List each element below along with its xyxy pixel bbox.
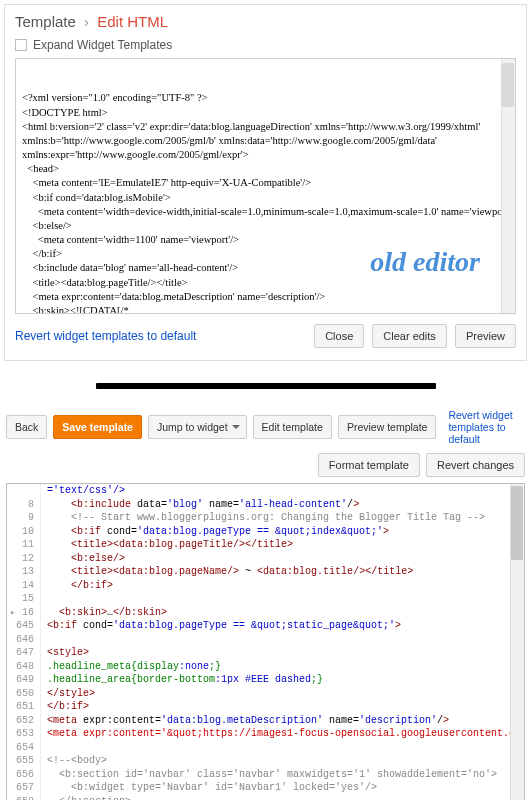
line-number: 651	[7, 700, 41, 714]
section-divider	[96, 383, 436, 389]
clear-edits-button[interactable]: Clear edits	[372, 324, 447, 348]
code-line[interactable]: 650</style>	[7, 687, 524, 701]
line-code[interactable]: <!--<body>	[41, 754, 524, 768]
line-number: 655	[7, 754, 41, 768]
line-code[interactable]: <b:else/>	[41, 552, 524, 566]
line-number: 650	[7, 687, 41, 701]
code-line[interactable]: 657 <b:widget type='Navbar' id='Navbar1'…	[7, 781, 524, 795]
line-code[interactable]: <b:if cond='data:blog.pageType == &quot;…	[41, 619, 524, 633]
code-line[interactable]: ='text/css'/>	[7, 484, 524, 498]
preview-button[interactable]: Preview	[455, 324, 516, 348]
line-code[interactable]: <b:widget type='Navbar' id='Navbar1' loc…	[41, 781, 524, 795]
code-line[interactable]: 15	[7, 592, 524, 606]
line-code[interactable]: <b:section id='navbar' class='navbar' ma…	[41, 768, 524, 782]
new-scrollbar-thumb[interactable]	[511, 486, 523, 560]
code-line[interactable]: 651</b:if>	[7, 700, 524, 714]
code-line[interactable]: 646	[7, 633, 524, 647]
line-code[interactable]: <b:skin>…</b:skin>	[41, 606, 524, 620]
expand-widget-row[interactable]: Expand Widget Templates	[15, 38, 516, 52]
line-code[interactable]: .headline_area{border-bottom:1px #EEE da…	[41, 673, 524, 687]
code-line[interactable]: 652<meta expr:content='data:blog.metaDes…	[7, 714, 524, 728]
revert-widget-link[interactable]: Revert widget templates to default	[15, 329, 196, 343]
breadcrumb-current: Edit HTML	[97, 13, 168, 30]
line-code[interactable]	[41, 741, 524, 755]
line-code[interactable]: </style>	[41, 687, 524, 701]
line-code[interactable]: <b:if cond='data:blog.pageType == &quot;…	[41, 525, 524, 539]
line-number: 652	[7, 714, 41, 728]
code-line[interactable]: 12 <b:else/>	[7, 552, 524, 566]
revert-changes-button[interactable]: Revert changes	[426, 453, 525, 477]
code-line[interactable]: 654	[7, 741, 524, 755]
line-number: 10	[7, 525, 41, 539]
expand-checkbox[interactable]	[15, 39, 27, 51]
line-number: 656	[7, 768, 41, 782]
code-line[interactable]: 13 <title><data:blog.pageName/> ~ <data:…	[7, 565, 524, 579]
new-scrollbar-track[interactable]	[510, 484, 524, 800]
line-number: 654	[7, 741, 41, 755]
new-sub-toolbar: Format template Revert changes	[0, 449, 531, 483]
breadcrumb-root[interactable]: Template	[15, 13, 76, 30]
breadcrumb-separator: ›	[84, 13, 89, 30]
line-number: 646	[7, 633, 41, 647]
line-number: 648	[7, 660, 41, 674]
line-code[interactable]: <!-- Start www.bloggerplugins.org: Chang…	[41, 511, 524, 525]
code-line[interactable]: 649.headline_area{border-bottom:1px #EEE…	[7, 673, 524, 687]
edit-template-button[interactable]: Edit template	[253, 415, 332, 439]
line-code[interactable]	[41, 592, 524, 606]
code-line[interactable]: 656 <b:section id='navbar' class='navbar…	[7, 768, 524, 782]
line-code[interactable]: </b:if>	[41, 700, 524, 714]
new-toolbar: Back Save template Jump to widget Edit t…	[0, 409, 531, 445]
line-number: 653	[7, 727, 41, 741]
line-code[interactable]: <b:include data='blog' name='all-head-co…	[41, 498, 524, 512]
old-editor-panel: Template › Edit HTML Expand Widget Templ…	[4, 4, 527, 361]
breadcrumb: Template › Edit HTML	[15, 13, 516, 30]
scrollbar-track[interactable]	[501, 59, 515, 313]
line-code[interactable]: <style>	[41, 646, 524, 660]
line-code[interactable]	[41, 633, 524, 647]
code-line[interactable]: 647<style>	[7, 646, 524, 660]
code-line[interactable]: 645<b:if cond='data:blog.pageType == &qu…	[7, 619, 524, 633]
code-line[interactable]: 11 <title><data:blog.pageTitle/></title>	[7, 538, 524, 552]
code-line[interactable]: 8 <b:include data='blog' name='all-head-…	[7, 498, 524, 512]
line-code[interactable]: .headline_meta{display:none;}	[41, 660, 524, 674]
line-number: 645	[7, 619, 41, 633]
old-editor-annotation: old editor	[370, 243, 480, 281]
code-line[interactable]: 16 <b:skin>…</b:skin>	[7, 606, 524, 620]
line-number: 9	[7, 511, 41, 525]
save-template-button[interactable]: Save template	[53, 415, 142, 439]
old-footer-row: Revert widget templates to default Close…	[15, 324, 516, 348]
code-line[interactable]: 653<meta expr:content='&quot;https://ima…	[7, 727, 524, 741]
line-code[interactable]: <title><data:blog.pageName/> ~ <data:blo…	[41, 565, 524, 579]
code-line[interactable]: 655<!--<body>	[7, 754, 524, 768]
new-code-editor[interactable]: ='text/css'/>8 <b:include data='blog' na…	[6, 483, 525, 800]
preview-template-button[interactable]: Preview template	[338, 415, 437, 439]
line-number: 657	[7, 781, 41, 795]
line-code[interactable]: <meta expr:content='data:blog.metaDescri…	[41, 714, 524, 728]
line-number: 658	[7, 795, 41, 801]
jump-to-widget-dropdown[interactable]: Jump to widget	[148, 415, 247, 439]
revert-widget-templates-link[interactable]: Revert widget templates to default	[448, 409, 525, 445]
scrollbar-thumb[interactable]	[502, 63, 514, 107]
line-number: 649	[7, 673, 41, 687]
old-code-textarea[interactable]: <?xml version="1.0" encoding="UTF-8" ?> …	[15, 58, 516, 314]
format-template-button[interactable]: Format template	[318, 453, 420, 477]
line-number: 647	[7, 646, 41, 660]
line-code[interactable]: <meta expr:content='&quot;https://images…	[41, 727, 524, 741]
code-line[interactable]: 14 </b:if>	[7, 579, 524, 593]
code-line[interactable]: 648.headline_meta{display:none;}	[7, 660, 524, 674]
close-button[interactable]: Close	[314, 324, 364, 348]
line-number: 12	[7, 552, 41, 566]
expand-label: Expand Widget Templates	[33, 38, 172, 52]
line-number	[7, 484, 41, 498]
line-code[interactable]: ='text/css'/>	[41, 484, 524, 498]
line-number: 15	[7, 592, 41, 606]
code-line[interactable]: 10 <b:if cond='data:blog.pageType == &qu…	[7, 525, 524, 539]
line-code[interactable]: </b:section>	[41, 795, 524, 801]
line-code[interactable]: <title><data:blog.pageTitle/></title>	[41, 538, 524, 552]
fold-icon[interactable]: ▸	[10, 607, 15, 619]
code-line[interactable]: 9 <!-- Start www.bloggerplugins.org: Cha…	[7, 511, 524, 525]
code-line[interactable]: 658 </b:section>	[7, 795, 524, 801]
line-number: 11	[7, 538, 41, 552]
line-code[interactable]: </b:if>	[41, 579, 524, 593]
back-button[interactable]: Back	[6, 415, 47, 439]
